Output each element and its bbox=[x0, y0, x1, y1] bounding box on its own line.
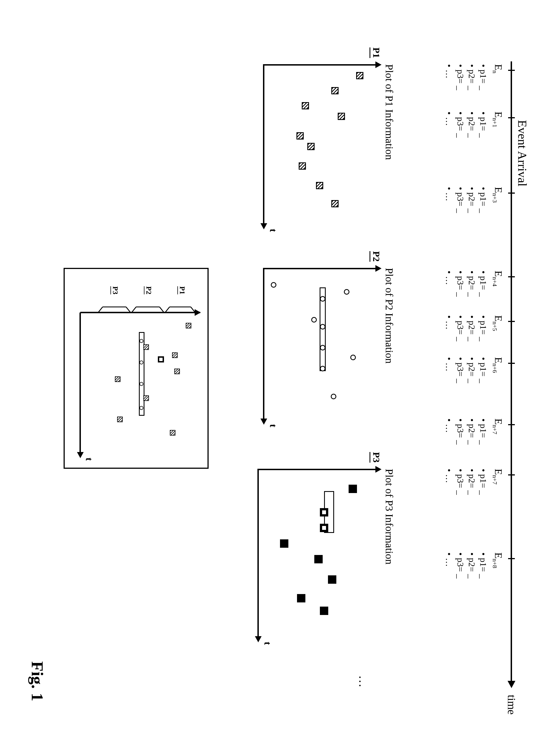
plots-ellipsis: … bbox=[356, 675, 370, 687]
hatch-marker bbox=[302, 102, 309, 109]
event-param-line: • … bbox=[444, 271, 454, 313]
event-column: En+7• p1= _• p2= _• p3= _• … bbox=[444, 419, 504, 460]
event-param-line: • p2= _ bbox=[466, 357, 477, 399]
event-column: En+4• p1= _• p2= _• p3= _• … bbox=[444, 271, 504, 313]
event-param-line: • … bbox=[444, 111, 454, 154]
solid-marker bbox=[320, 524, 328, 532]
event-column: En+3• p1= _• p2= _• p3= _• … bbox=[444, 187, 504, 229]
event-param-line: • p2= _ bbox=[466, 187, 477, 229]
event-param-line: • … bbox=[444, 419, 454, 460]
plot-p1-y-arrow-icon bbox=[375, 61, 382, 68]
combined-marker bbox=[186, 323, 191, 328]
combined-ylabel-p2: P2 bbox=[144, 286, 153, 294]
timeline-arrow-icon bbox=[508, 681, 515, 688]
event-param-line: • p2= _ bbox=[466, 419, 477, 460]
combined-xlabel: t bbox=[84, 458, 94, 461]
event-param-line: • p1= _ bbox=[478, 187, 488, 229]
plot-p1-x-arrow-icon bbox=[260, 223, 267, 229]
event-param-line: • p2= _ bbox=[466, 111, 477, 154]
circle-marker bbox=[271, 282, 277, 288]
timeline-tick bbox=[508, 321, 515, 322]
timeline-tick bbox=[508, 193, 515, 194]
combined-marker bbox=[144, 395, 149, 401]
event-param-line: • p1= _ bbox=[478, 271, 488, 313]
event-param-line: • p1= _ bbox=[478, 469, 488, 511]
event-param-line: • … bbox=[444, 357, 454, 399]
event-param-line: • p1= _ bbox=[478, 419, 488, 460]
combined-marker bbox=[139, 339, 143, 343]
combined-marker bbox=[144, 344, 149, 350]
event-param-line: • p3= _ bbox=[455, 315, 465, 357]
circle-marker bbox=[344, 289, 349, 295]
event-label: En+8 bbox=[491, 552, 504, 594]
hatch-marker bbox=[299, 162, 306, 170]
event-param-line: • p1= _ bbox=[478, 111, 488, 154]
hatch-marker bbox=[338, 113, 345, 120]
plot-p1-x-axis bbox=[263, 64, 265, 223]
plot-p1-title: Plot of P1 Information bbox=[383, 64, 395, 160]
event-column: En+7• p1= _• p2= _• p3= _• … bbox=[444, 469, 504, 511]
event-param-line: • p3= _ bbox=[455, 469, 465, 511]
combined-marker bbox=[117, 417, 123, 422]
svg-line-5 bbox=[160, 307, 164, 313]
combined-marker bbox=[172, 352, 178, 358]
plot-p3-title: Plot of P3 Information bbox=[383, 469, 395, 564]
event-label: En+4 bbox=[491, 271, 504, 313]
event-param-line: • … bbox=[444, 187, 454, 229]
event-arrival-title: Event Arrival bbox=[515, 120, 529, 186]
combined-x-axis bbox=[79, 313, 81, 452]
circle-marker bbox=[350, 355, 356, 360]
combined-x-arrow-icon bbox=[77, 452, 84, 458]
circle-marker bbox=[320, 366, 325, 371]
plot-p3-x-axis bbox=[257, 469, 259, 636]
page: Event Arrival time En• p1= _• p2= _• p3=… bbox=[0, 0, 560, 745]
combined-y-labels: P1 P2 P3 bbox=[76, 282, 200, 318]
timeline-axis bbox=[511, 61, 512, 681]
plot-p3-y-axis bbox=[259, 469, 376, 470]
event-column: En+6• p1= _• p2= _• p3= _• … bbox=[444, 357, 504, 399]
plot-p3-ylabel: P3 bbox=[370, 452, 382, 463]
plot-p2-xlabel: t bbox=[268, 424, 278, 427]
svg-line-4 bbox=[165, 307, 170, 313]
plot-p1-ylabel: P1 bbox=[370, 47, 382, 58]
hatch-marker bbox=[296, 132, 304, 139]
combined-marker bbox=[139, 406, 143, 410]
timeline-tick bbox=[508, 276, 515, 277]
timeline-tick bbox=[508, 363, 515, 364]
time-label: time bbox=[505, 695, 518, 715]
hatch-marker bbox=[356, 72, 364, 79]
event-param-line: • p1= _ bbox=[478, 552, 488, 594]
event-param-line: • p3= _ bbox=[455, 552, 465, 594]
combined-ylabel-p1: P1 bbox=[177, 286, 186, 294]
circle-marker bbox=[311, 317, 317, 323]
plot-p2-x-arrow-icon bbox=[260, 419, 267, 425]
svg-line-7 bbox=[132, 307, 136, 313]
event-param-line: • … bbox=[444, 64, 454, 106]
svg-line-10 bbox=[98, 307, 103, 313]
circle-marker bbox=[320, 296, 325, 302]
timeline-tick bbox=[508, 424, 515, 425]
svg-line-8 bbox=[126, 307, 131, 313]
event-param-line: • p3= _ bbox=[455, 419, 465, 460]
solid-marker bbox=[328, 575, 336, 584]
plot-p2-title: Plot of P2 Information bbox=[383, 268, 395, 363]
event-param-line: • … bbox=[444, 315, 454, 357]
event-label: En+7 bbox=[491, 469, 504, 511]
event-param-line: • p2= _ bbox=[466, 315, 477, 357]
solid-marker bbox=[320, 508, 328, 516]
svg-line-2 bbox=[191, 307, 195, 313]
combined-marker bbox=[139, 382, 143, 386]
event-label: En+5 bbox=[491, 315, 504, 357]
hatch-marker bbox=[331, 87, 339, 94]
event-label: En+7 bbox=[491, 419, 504, 460]
event-param-line: • p2= _ bbox=[466, 469, 477, 511]
event-param-line: • p1= _ bbox=[478, 64, 488, 106]
solid-marker bbox=[297, 594, 306, 603]
timeline-tick bbox=[508, 558, 515, 559]
solid-marker bbox=[349, 485, 357, 493]
plot-p1-xlabel: t bbox=[268, 229, 278, 232]
plot-p2-ylabel: P2 bbox=[370, 251, 382, 262]
event-column: En+1• p1= _• p2= _• p3= _• … bbox=[444, 111, 504, 154]
svg-marker-1 bbox=[195, 309, 201, 316]
combined-marker bbox=[115, 377, 120, 382]
